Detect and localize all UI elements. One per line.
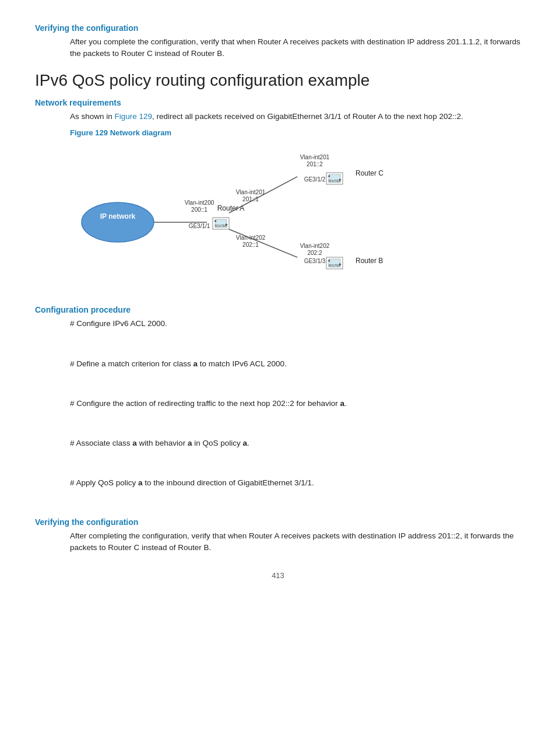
svg-line-24	[229, 229, 297, 257]
page-number: 413	[35, 571, 521, 580]
svg-text:ROUTER: ROUTER	[328, 179, 341, 183]
section3: Configuration procedure # Configure IPv6…	[35, 305, 521, 489]
svg-text:GE3/1/3: GE3/1/3	[304, 258, 326, 264]
svg-point-0	[82, 202, 154, 242]
svg-text:IP network: IP network	[100, 212, 136, 220]
svg-text:Vlan-int202: Vlan-int202	[300, 243, 330, 249]
svg-text:Router B: Router B	[356, 257, 383, 265]
svg-text:Router C: Router C	[356, 169, 383, 177]
svg-text:202::1: 202::1	[242, 242, 259, 248]
svg-text:Vlan-int201: Vlan-int201	[236, 189, 266, 195]
svg-text:GE3/1/1: GE3/1/1	[189, 223, 210, 229]
svg-text:GE3/1/2: GE3/1/2	[304, 176, 326, 183]
step4: # Associate class a with behavior a in Q…	[70, 438, 521, 449]
body-prefix: As shown in	[70, 112, 115, 121]
svg-text:ROUTER: ROUTER	[328, 264, 341, 267]
section1-body: After you complete the configuration, ve…	[70, 36, 521, 60]
step3: # Configure the action of redirecting tr…	[70, 398, 521, 410]
section2-body: As shown in Figure 129, redirect all pac…	[70, 111, 521, 123]
step1: # Configure IPv6 ACL 2000.	[70, 318, 521, 330]
svg-text:ROUTER: ROUTER	[214, 224, 227, 228]
figure-caption: Figure 129 Network diagram	[70, 128, 521, 137]
step5: # Apply QoS policy a to the inbound dire…	[70, 477, 521, 489]
svg-text:Router A: Router A	[217, 204, 245, 212]
section4: Verifying the configuration After comple…	[35, 517, 521, 554]
page-title: IPv6 QoS policy routing configuration ex…	[35, 71, 521, 90]
step2: # Define a match criterion for class a t…	[70, 358, 521, 370]
svg-text:201::2: 201::2	[307, 161, 323, 167]
network-diagram: IP network ROUTER Router A Vlan-int200 2…	[70, 142, 396, 293]
section1: Verifying the configuration After you co…	[35, 23, 521, 60]
svg-text:Vlan-int202: Vlan-int202	[236, 235, 266, 241]
svg-text:202:2: 202:2	[307, 250, 322, 256]
section2-heading: Network requirements	[35, 98, 521, 107]
section2: Network requirements As shown in Figure …	[35, 98, 521, 293]
section3-heading: Configuration procedure	[35, 305, 521, 314]
svg-text:Vlan-int200: Vlan-int200	[185, 200, 214, 206]
svg-text:200::1: 200::1	[191, 206, 207, 213]
section4-heading: Verifying the configuration	[35, 517, 521, 527]
section4-body: After completing the configuration, veri…	[70, 530, 521, 554]
body-suffix: , redirect all packets received on Gigab…	[152, 112, 463, 121]
diagram-svg: IP network ROUTER Router A Vlan-int200 2…	[70, 142, 396, 293]
section1-heading: Verifying the configuration	[35, 23, 521, 33]
figure-link[interactable]: Figure 129	[115, 112, 153, 121]
svg-text:Vlan-int201: Vlan-int201	[300, 154, 330, 160]
